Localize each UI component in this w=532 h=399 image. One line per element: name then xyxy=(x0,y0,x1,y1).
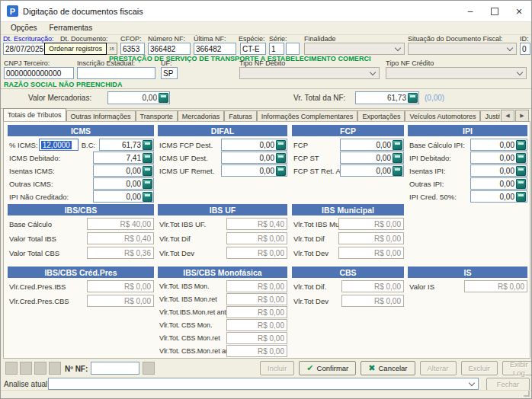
tab-transporte[interactable]: Transporte xyxy=(136,110,178,121)
input-ipi-debitado[interactable]: 0,00 xyxy=(470,152,527,164)
calculator-icon-button[interactable] xyxy=(143,140,152,150)
tipo-nf-debito-select[interactable] xyxy=(239,67,380,79)
field-value: 0,00 xyxy=(260,154,276,162)
calculator-icon-button[interactable] xyxy=(408,93,418,103)
serie-field[interactable]: 1 xyxy=(269,43,284,55)
calculator-icon-button[interactable] xyxy=(516,179,526,189)
field-label: Vlr.Tot Dev xyxy=(159,249,226,257)
cnpj-terceiro-field[interactable]: 0000000000000 xyxy=(4,67,74,79)
serie-extra-field[interactable] xyxy=(286,43,300,55)
field-row: ICMS UF Dest.0,00 xyxy=(159,152,287,164)
calculator-icon-button[interactable] xyxy=(276,153,286,163)
input-isentas-icms[interactable]: 0,00 xyxy=(93,164,154,177)
input-b-c[interactable]: 61,73 xyxy=(99,139,154,151)
menu-ferramentas[interactable]: Ferramentas xyxy=(43,23,98,33)
input-base-c-lculo-ipi[interactable]: 0,00 xyxy=(470,139,527,151)
tipo-nf-credito-select[interactable] xyxy=(386,67,527,79)
input-icms-uf-remet[interactable]: 0,00 xyxy=(221,164,287,177)
input-icms[interactable]: 12,0000 xyxy=(39,139,79,151)
calculator-icon-button[interactable] xyxy=(393,153,402,163)
ultima-nf-field[interactable]: 366482 xyxy=(194,43,236,55)
menu-opcoes[interactable]: Opções xyxy=(5,23,42,33)
input-valor-is: R$ 0,00 xyxy=(464,280,527,292)
tab-scroll-left-icon[interactable]: ◀ xyxy=(501,110,514,122)
finalidade-select[interactable] xyxy=(304,43,405,55)
field-row: Vlr.Tot DifR$ 0,00 xyxy=(293,232,404,244)
uf-field[interactable]: SP xyxy=(161,67,178,79)
field-label: Vlr.Tot Dif xyxy=(159,235,226,243)
vr-total-nf-label: Vr. Total da NF: xyxy=(293,94,345,102)
calculator-icon-button[interactable] xyxy=(143,192,152,202)
field-label: Vlr.Tot.IBS.Mon.ret ant xyxy=(159,308,226,316)
situacao-documento-select[interactable] xyxy=(408,43,517,55)
calculator-icon-button[interactable] xyxy=(276,166,286,176)
field-value: 0,00 xyxy=(127,193,143,201)
field-row: Vlr.Tot IBS UF.R$ 0,40 xyxy=(159,218,287,230)
input-icms-debitado[interactable]: 7,41 xyxy=(93,152,154,164)
calculator-icon-button[interactable] xyxy=(143,166,152,176)
input-fcp-st[interactable]: 0,00 xyxy=(340,152,404,164)
dt-escrituracao-field[interactable]: 28/07/2025 xyxy=(3,43,46,55)
calculator-icon-button[interactable] xyxy=(516,166,526,176)
tab-totais-de-tributos[interactable]: Totais de Tributos xyxy=(3,108,66,121)
analise-atual-label: Analise atual: xyxy=(4,380,50,388)
close-icon[interactable]: × xyxy=(507,1,531,21)
field-label: B.C: xyxy=(82,141,99,149)
calculator-icon-button[interactable] xyxy=(143,153,152,163)
input-outras-icms[interactable]: 0,00 xyxy=(93,177,154,190)
calculator-icon-button[interactable] xyxy=(143,179,152,189)
tab-mercadorias[interactable]: Mercadorias xyxy=(178,110,225,121)
excluir-button: Excluir xyxy=(461,361,498,375)
calculator-icon-button[interactable] xyxy=(516,153,526,163)
calculator-icon-button[interactable] xyxy=(276,140,286,150)
tab-exporta-es[interactable]: Exportações xyxy=(357,110,405,121)
tab-informa-es-complementares[interactable]: Informações Complementares xyxy=(257,110,358,121)
vr-total-nf-field[interactable]: 61,73 xyxy=(355,91,419,104)
field-label: ICMS Debitado: xyxy=(9,154,93,162)
nf-input[interactable] xyxy=(91,362,139,375)
calculator-icon-button[interactable] xyxy=(516,140,526,150)
calendar-icon-button[interactable]: 15 xyxy=(106,43,117,55)
cancelar-button[interactable]: ✖Cancelar xyxy=(361,361,415,375)
maximize-icon[interactable] xyxy=(482,1,507,21)
input-icms-uf-dest[interactable]: 0,00 xyxy=(221,152,287,164)
input-isentas-ipi[interactable]: 0,00 xyxy=(470,164,527,177)
tab-scroll-right-icon[interactable]: ▶ xyxy=(515,110,529,122)
menubar: Opções Ferramentas xyxy=(1,21,531,35)
calculator-icon-button[interactable] xyxy=(159,93,168,103)
calculator-icon-button[interactable] xyxy=(516,192,526,202)
field-value: 0,00 xyxy=(500,167,516,175)
tab-outras-informa-es[interactable]: Outras Informações xyxy=(66,110,136,121)
statusbar xyxy=(1,390,531,398)
input-fcp[interactable]: 0,00 xyxy=(340,139,404,151)
analise-atual-select[interactable] xyxy=(48,378,479,390)
valor-mercadorias-field[interactable]: 0,00 xyxy=(107,91,170,104)
inscricao-estadual-field[interactable] xyxy=(77,67,155,79)
nf-label: Nº NF: xyxy=(65,365,88,373)
input-vlr-tot-dif: R$ 0,00 xyxy=(341,280,404,292)
chevron-down-icon xyxy=(469,380,475,386)
tab-ve-culos-automotores[interactable]: Veículos Automotores xyxy=(405,110,480,121)
razao-social-warning-text: RAZÃO SOCIAL NÃO PREENCHIDA xyxy=(4,81,123,88)
numero-nf-field[interactable]: 366482 xyxy=(148,43,191,55)
input-ipi-n-o-creditado[interactable]: 0,00 xyxy=(93,190,154,203)
resize-grip[interactable] xyxy=(524,391,530,397)
section-title: ICMS xyxy=(8,125,154,136)
id-field[interactable]: 0 xyxy=(520,43,530,55)
calculator-icon-button[interactable] xyxy=(393,166,402,176)
input-icms-fcp-dest[interactable]: 0,00 xyxy=(221,139,287,151)
minimize-icon[interactable]: – xyxy=(458,1,482,21)
especie-field[interactable]: CT-E xyxy=(240,43,266,55)
tab-faturas[interactable]: Faturas xyxy=(224,110,257,121)
tab-justificativas[interactable]: Justificativas xyxy=(480,110,500,121)
confirmar-button[interactable]: ✔Confirmar xyxy=(299,361,356,375)
input-fcp-st-ret-ant[interactable]: 0,00 xyxy=(340,164,404,177)
input-ipi-cred-50[interactable]: 0,00 xyxy=(470,190,527,203)
field-row: Valor Total CBSR$ 0,36 xyxy=(9,247,154,259)
section-title: CBS xyxy=(292,267,404,278)
calculator-icon-button[interactable] xyxy=(393,140,402,150)
field-label: Vlr.Tot Dif. xyxy=(293,282,341,291)
chevron-down-icon xyxy=(370,69,376,75)
cfop-field[interactable]: 6353 xyxy=(120,43,145,55)
input-outras-ipi[interactable]: 0,00 xyxy=(470,177,527,190)
